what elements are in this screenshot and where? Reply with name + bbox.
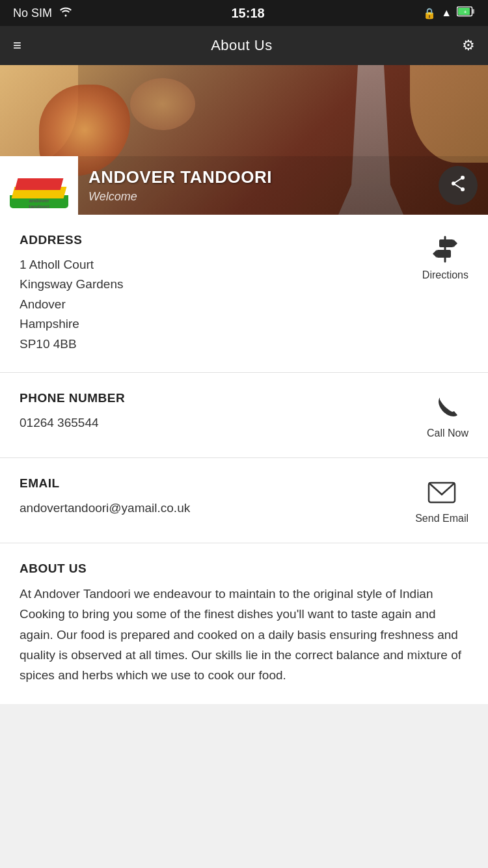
address-line3: Andover [20,297,66,311]
location-icon: ▲ [441,7,452,19]
logo-stripe-red [15,178,64,190]
page-title: About Us [211,37,273,54]
address-line4: Hampshire [20,317,79,331]
phone-value: 01264 365544 [20,413,414,433]
wifi-icon [59,7,73,20]
svg-line-8 [454,183,463,189]
hero-food-center [130,78,195,130]
menu-icon[interactable]: ≡ [13,37,21,54]
email-info: EMAIL andovertandoori@yamail.co.uk [20,476,402,518]
status-bar: No SIM 15:18 🔒 ▲ + [0,0,488,26]
svg-rect-12 [437,250,451,258]
send-email-label: Send Email [415,513,468,524]
address-line5: SP10 4BB [20,337,77,351]
share-button[interactable] [439,166,478,205]
restaurant-name: ANDOVER TANDOORI [88,167,428,187]
call-button[interactable]: Call Now [427,391,468,439]
hero-banner: andovertandoori ANDOVER TANDOORI Welcome [0,65,488,215]
status-right: 🔒 ▲ + [423,7,475,20]
svg-marker-13 [433,250,437,258]
settings-icon[interactable]: ⚙ [462,37,475,54]
nav-bar: ≡ About Us ⚙ [0,26,488,65]
email-icon [426,476,458,509]
svg-rect-2 [472,9,474,14]
phone-info: PHONE NUMBER 01264 365544 [20,391,414,433]
address-value: 1 Atholl Court Kingsway Gardens Andover … [20,255,409,354]
restaurant-title-area: ANDOVER TANDOORI Welcome [78,161,439,210]
phone-section: PHONE NUMBER 01264 365544 Call Now [0,373,488,457]
hero-decoration-right [410,65,488,163]
restaurant-subtitle: Welcome [88,190,428,204]
call-label: Call Now [427,427,468,439]
directions-button[interactable]: Directions [422,233,468,281]
phone-label: PHONE NUMBER [20,391,414,405]
content-card: ADDRESS 1 Atholl Court Kingsway Gardens … [0,215,488,704]
hero-overlay: andovertandoori ANDOVER TANDOORI Welcome [0,156,488,215]
share-icon [449,174,467,197]
address-line2: Kingsway Gardens [20,277,123,291]
email-section: EMAIL andovertandoori@yamail.co.uk Send … [0,458,488,543]
address-label: ADDRESS [20,233,409,247]
email-label: EMAIL [20,476,402,491]
restaurant-logo: andovertandoori [0,156,78,215]
svg-marker-11 [454,239,457,247]
svg-text:+: + [464,10,467,14]
email-value: andovertandoori@yamail.co.uk [20,498,402,518]
svg-line-7 [454,178,463,183]
lock-icon: 🔒 [423,7,436,20]
svg-rect-10 [439,239,454,247]
battery-icon: + [457,7,475,20]
address-info: ADDRESS 1 Atholl Court Kingsway Gardens … [20,233,409,354]
address-line1: 1 Atholl Court [20,258,94,271]
send-email-button[interactable]: Send Email [415,476,468,524]
directions-icon [429,233,461,265]
phone-icon [431,391,464,424]
logo-small-text: andovertandoori [10,198,68,210]
carrier-text: No SIM [13,7,52,20]
about-section: ABOUT US At Andover Tandoori we endeavou… [0,543,488,704]
about-text: At Andover Tandoori we endeavour to main… [20,584,468,686]
logo-inner: andovertandoori [10,163,68,208]
status-left: No SIM [13,7,73,20]
status-time: 15:18 [232,6,265,21]
address-section: ADDRESS 1 Atholl Court Kingsway Gardens … [0,215,488,372]
directions-label: Directions [422,269,468,281]
about-label: ABOUT US [20,562,468,576]
